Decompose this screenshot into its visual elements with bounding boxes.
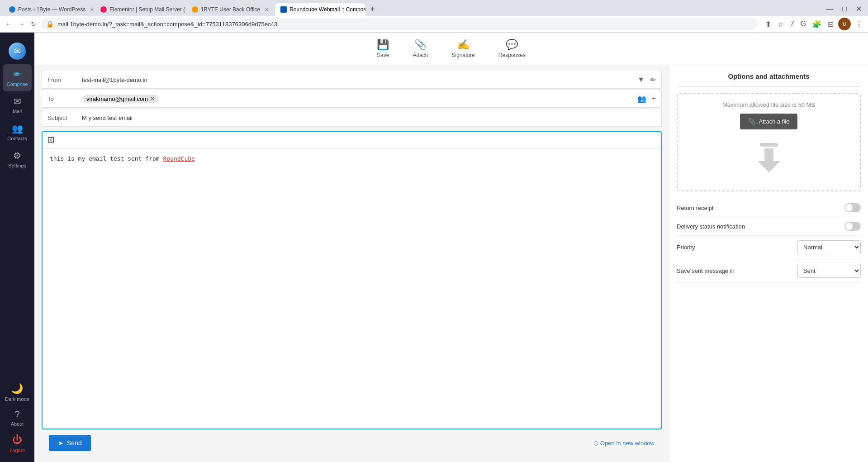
- sidebar-about[interactable]: ? About: [7, 405, 28, 430]
- app: ✉ ✏ Compose ✉ Mail 👥 Contacts ⚙ Settings…: [0, 33, 868, 462]
- tab-2[interactable]: Elementor | Setup Mail Server (R... ✕: [95, 3, 185, 16]
- address-bar-row: ← → ↻ 🔒 mail.1byte-demo.in/?_task=mail&_…: [0, 16, 868, 33]
- minimize-button[interactable]: —: [823, 4, 836, 14]
- contacts-picker-button[interactable]: 👥: [636, 93, 648, 105]
- compose-body[interactable]: this is my email test sent from RoundCub…: [43, 149, 661, 169]
- app-logo: ✉: [9, 43, 26, 60]
- sidebar-item-compose[interactable]: ✏ Compose: [3, 64, 32, 91]
- tab-4[interactable]: Roundcube Webmail :: Compose ✕: [275, 3, 365, 16]
- profile-avatar[interactable]: U: [838, 18, 851, 30]
- reload-button[interactable]: ↻: [29, 19, 38, 29]
- image-insert-button[interactable]: 🖼: [46, 135, 56, 146]
- max-file-size-text: Maximum allowed file size is 50 MB: [722, 101, 815, 108]
- save-action[interactable]: 💾 Save: [372, 36, 394, 61]
- about-icon: ?: [14, 409, 19, 419]
- from-input[interactable]: [78, 73, 632, 87]
- sidebar-item-mail-label: Mail: [13, 109, 22, 114]
- save-icon: 💾: [377, 39, 389, 51]
- drop-files-icon: [751, 138, 787, 180]
- responses-action[interactable]: 💬 Responses: [494, 36, 530, 61]
- svg-rect-0: [760, 143, 778, 147]
- roundcube-link[interactable]: RoundCube: [163, 155, 194, 162]
- tab-favicon-4: [280, 6, 287, 13]
- sidebar-logo: ✉: [3, 38, 32, 64]
- logout-icon: ⏻: [12, 434, 22, 446]
- attachment-area: Maximum allowed file size is 50 MB 📎 Att…: [677, 93, 861, 191]
- close-button[interactable]: ✕: [853, 4, 864, 14]
- svg-rect-1: [764, 148, 773, 161]
- send-button[interactable]: ➤ Send: [49, 435, 91, 451]
- compose-form: From ▼ ✏ To virakmamo@gmail.com ✕: [34, 65, 669, 462]
- add-recipient-button[interactable]: +: [650, 93, 658, 105]
- screenshot-icon[interactable]: ⬆: [764, 18, 773, 30]
- forward-button[interactable]: →: [16, 19, 26, 29]
- from-edit-button[interactable]: ✏: [648, 74, 658, 86]
- address-bar[interactable]: 🔒 mail.1byte-demo.in/?_task=mail&_action…: [41, 18, 757, 30]
- tab-label-4: Roundcube Webmail :: Compose: [289, 6, 365, 13]
- sidebar-dark-mode[interactable]: 🌙 Dark mode: [1, 379, 33, 405]
- options-panel: Options and attachments Maximum allowed …: [669, 65, 868, 462]
- return-receipt-toggle[interactable]: [844, 203, 861, 212]
- url-text: mail.1byte-demo.in/?_task=mail&_action=c…: [57, 21, 752, 28]
- sidebar: ✉ ✏ Compose ✉ Mail 👥 Contacts ⚙ Settings…: [0, 33, 34, 462]
- priority-label: Priority: [677, 244, 695, 251]
- subject-label: Subject: [42, 111, 78, 125]
- sidebar-item-settings-label: Settings: [8, 163, 26, 168]
- tab-close-1[interactable]: ✕: [90, 7, 94, 13]
- browser-chrome: Posts ‹ 1Byte — WordPress ✕ Elementor | …: [0, 0, 868, 33]
- back-button[interactable]: ←: [4, 19, 14, 29]
- open-window-icon: ⬡: [593, 440, 598, 447]
- attach-action[interactable]: 📎 Attach: [408, 36, 432, 61]
- save-sent-label: Save sent message in: [677, 267, 735, 274]
- tab-label-3: 1BYTE User Back Office: [201, 6, 260, 13]
- remove-recipient-button[interactable]: ✕: [150, 95, 155, 102]
- attach-file-button[interactable]: 📎 Attach a file: [740, 114, 798, 129]
- priority-select[interactable]: Normal High Low: [797, 240, 861, 254]
- sidebar-item-contacts-label: Contacts: [7, 136, 27, 141]
- dark-mode-icon: 🌙: [11, 383, 23, 395]
- sidebar-item-contacts[interactable]: 👥 Contacts: [3, 119, 32, 146]
- to-input-area[interactable]: virakmamo@gmail.com ✕: [78, 92, 632, 106]
- star-icon[interactable]: ☆: [776, 18, 786, 30]
- return-receipt-row: Return receipt: [677, 199, 861, 217]
- more-menu-button[interactable]: ⋮: [854, 18, 864, 30]
- about-label: About: [11, 421, 24, 427]
- sidebar-item-settings[interactable]: ⚙ Settings: [3, 146, 32, 173]
- tab-label-1: Posts ‹ 1Byte — WordPress: [18, 6, 85, 13]
- tab-3[interactable]: 1BYTE User Back Office ✕: [186, 3, 274, 16]
- extensions-icon[interactable]: 🧩: [811, 18, 823, 30]
- translate-icon[interactable]: G: [799, 18, 808, 30]
- from-dropdown-button[interactable]: ▼: [636, 74, 646, 86]
- signature-action[interactable]: ✍ Signature: [447, 36, 479, 61]
- from-actions: ▼ ✏: [632, 74, 661, 86]
- body-text-before-link: this is my email test sent from: [50, 155, 163, 162]
- save-label: Save: [377, 52, 389, 58]
- to-field-row: To virakmamo@gmail.com ✕ 👥 +: [42, 90, 662, 108]
- from-field-row: From ▼ ✏: [42, 71, 662, 89]
- from-label: From: [42, 73, 78, 87]
- body-toolbar: 🖼: [43, 132, 661, 149]
- mail-icon: ✉: [14, 96, 21, 107]
- tab-1[interactable]: Posts ‹ 1Byte — WordPress ✕: [4, 3, 94, 16]
- sidebar-item-mail[interactable]: ✉ Mail: [3, 91, 32, 119]
- save-sent-row: Save sent message in Sent Drafts Trash: [677, 259, 861, 283]
- extension-7-icon[interactable]: 7: [788, 18, 796, 30]
- priority-row: Priority Normal High Low: [677, 236, 861, 259]
- split-view-icon[interactable]: ⊟: [826, 18, 835, 30]
- recipient-tag: virakmamo@gmail.com ✕: [83, 95, 159, 103]
- maximize-button[interactable]: □: [840, 4, 849, 14]
- new-tab-button[interactable]: +: [366, 3, 379, 16]
- subject-field-row: Subject: [42, 109, 662, 127]
- subject-input[interactable]: [78, 111, 661, 125]
- return-receipt-label: Return receipt: [677, 205, 714, 211]
- delivery-status-toggle[interactable]: [844, 222, 861, 231]
- save-sent-select[interactable]: Sent Drafts Trash: [797, 264, 861, 278]
- sidebar-logout[interactable]: ⏻ Logout: [6, 430, 28, 457]
- tab-close-3[interactable]: ✕: [265, 7, 269, 13]
- delivery-status-row: Delivery status notification: [677, 217, 861, 236]
- responses-icon: 💬: [506, 39, 518, 51]
- attach-file-icon: 📎: [748, 118, 755, 125]
- logout-label: Logout: [9, 448, 25, 453]
- to-actions: 👥 +: [632, 93, 661, 105]
- open-new-window-button[interactable]: ⬡ Open in new window: [593, 440, 655, 447]
